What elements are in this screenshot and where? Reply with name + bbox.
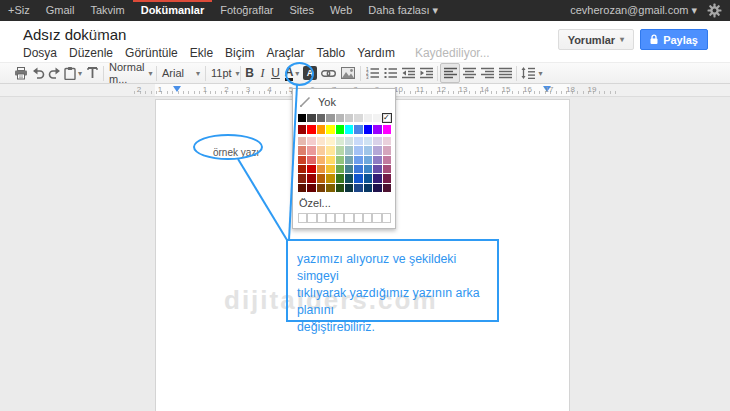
palette-color[interactable] bbox=[317, 174, 325, 182]
topbar-item[interactable]: Sites bbox=[281, 0, 321, 21]
palette-color[interactable] bbox=[345, 146, 353, 154]
topbar-item[interactable]: Takvim bbox=[82, 0, 132, 21]
palette-color[interactable] bbox=[345, 165, 353, 173]
palette-color[interactable] bbox=[345, 137, 353, 145]
palette-color[interactable] bbox=[383, 114, 391, 122]
palette-color[interactable] bbox=[364, 114, 372, 122]
bold-button[interactable]: B bbox=[243, 63, 256, 83]
palette-color[interactable] bbox=[383, 137, 391, 145]
custom-color-option[interactable]: Özel... bbox=[299, 197, 390, 209]
no-color-option[interactable]: Yok bbox=[299, 95, 390, 109]
palette-color[interactable] bbox=[298, 137, 306, 145]
palette-color[interactable] bbox=[364, 125, 372, 133]
topbar-item[interactable]: Daha fazlası ▾ bbox=[360, 0, 446, 21]
palette-color[interactable] bbox=[373, 137, 381, 145]
custom-color-slot[interactable] bbox=[372, 213, 381, 223]
palette-color[interactable] bbox=[336, 174, 344, 182]
palette-color[interactable] bbox=[354, 114, 362, 122]
palette-color[interactable] bbox=[307, 114, 315, 122]
palette-color[interactable] bbox=[307, 125, 315, 133]
align-left-button[interactable] bbox=[440, 63, 460, 83]
palette-color[interactable] bbox=[307, 165, 315, 173]
palette-color[interactable] bbox=[298, 125, 306, 133]
palette-color[interactable] bbox=[298, 165, 306, 173]
palette-color[interactable] bbox=[354, 165, 362, 173]
menu-araçlar[interactable]: Araçlar bbox=[260, 46, 310, 60]
topbar-item[interactable]: Web bbox=[322, 0, 360, 21]
palette-color[interactable] bbox=[298, 156, 306, 164]
palette-color[interactable] bbox=[317, 165, 325, 173]
palette-color[interactable] bbox=[345, 125, 353, 133]
palette-color[interactable] bbox=[317, 125, 325, 133]
palette-color[interactable] bbox=[336, 156, 344, 164]
palette-color[interactable] bbox=[364, 174, 372, 182]
custom-color-slot[interactable] bbox=[326, 213, 335, 223]
align-right-button[interactable] bbox=[478, 63, 496, 83]
palette-color[interactable] bbox=[317, 184, 325, 192]
menu-yardım[interactable]: Yardım bbox=[351, 46, 401, 60]
share-button[interactable]: Paylaş bbox=[640, 29, 708, 50]
font-select[interactable]: Arial ▾ bbox=[159, 63, 203, 83]
highlight-color-button[interactable]: A bbox=[302, 63, 318, 83]
palette-color[interactable] bbox=[345, 114, 353, 122]
palette-color[interactable] bbox=[373, 174, 381, 182]
print-button[interactable] bbox=[12, 63, 30, 83]
palette-color[interactable] bbox=[373, 125, 381, 133]
palette-color[interactable] bbox=[298, 184, 306, 192]
line-spacing-button[interactable]: ▾ bbox=[519, 63, 545, 83]
palette-color[interactable] bbox=[326, 156, 334, 164]
custom-color-slot[interactable] bbox=[354, 213, 363, 223]
account-menu[interactable]: cevherozan@gmail.com ▾ bbox=[570, 0, 697, 21]
palette-color[interactable] bbox=[383, 146, 391, 154]
insert-link-button[interactable] bbox=[318, 63, 338, 83]
palette-color[interactable] bbox=[298, 114, 306, 122]
palette-color[interactable] bbox=[383, 174, 391, 182]
outdent-button[interactable] bbox=[399, 63, 417, 83]
menu-düzenle[interactable]: Düzenle bbox=[63, 46, 119, 60]
custom-color-slot[interactable] bbox=[335, 213, 344, 223]
palette-color[interactable] bbox=[336, 125, 344, 133]
text-color-button[interactable]: A ▾ bbox=[282, 63, 302, 83]
palette-color[interactable] bbox=[298, 174, 306, 182]
palette-color[interactable] bbox=[373, 146, 381, 154]
palette-color[interactable] bbox=[345, 184, 353, 192]
palette-color[interactable] bbox=[307, 146, 315, 154]
menu-biçim[interactable]: Biçim bbox=[219, 46, 260, 60]
palette-color[interactable] bbox=[345, 174, 353, 182]
topbar-item[interactable]: Gmail bbox=[38, 0, 83, 21]
palette-color[interactable] bbox=[383, 184, 391, 192]
palette-color[interactable] bbox=[326, 165, 334, 173]
palette-color[interactable] bbox=[373, 114, 381, 122]
palette-color[interactable] bbox=[307, 184, 315, 192]
palette-color[interactable] bbox=[298, 146, 306, 154]
redo-button[interactable] bbox=[46, 63, 62, 83]
palette-color[interactable] bbox=[326, 137, 334, 145]
topbar-item[interactable]: Dokümanlar bbox=[133, 0, 213, 21]
italic-button[interactable]: I bbox=[256, 63, 269, 83]
menu-tablo[interactable]: Tablo bbox=[310, 46, 351, 60]
custom-color-slot[interactable] bbox=[382, 213, 391, 223]
styles-select[interactable]: Normal m... ▾ bbox=[106, 63, 154, 83]
palette-color[interactable] bbox=[364, 184, 372, 192]
topbar-item[interactable]: Fotoğraflar bbox=[212, 0, 281, 21]
custom-color-slot[interactable] bbox=[307, 213, 316, 223]
custom-color-slot[interactable] bbox=[363, 213, 372, 223]
menu-dosya[interactable]: Dosya bbox=[17, 46, 63, 60]
left-indent-marker[interactable] bbox=[173, 86, 181, 92]
topbar-item[interactable]: +Siz bbox=[0, 0, 38, 21]
palette-color[interactable] bbox=[317, 156, 325, 164]
palette-color[interactable] bbox=[307, 174, 315, 182]
palette-color[interactable] bbox=[383, 165, 391, 173]
palette-color[interactable] bbox=[383, 125, 391, 133]
palette-color[interactable] bbox=[364, 137, 372, 145]
palette-color[interactable] bbox=[364, 156, 372, 164]
palette-color[interactable] bbox=[383, 156, 391, 164]
palette-color[interactable] bbox=[336, 184, 344, 192]
palette-color[interactable] bbox=[326, 114, 334, 122]
custom-color-slot[interactable] bbox=[298, 213, 307, 223]
palette-color[interactable] bbox=[326, 125, 334, 133]
paint-format-button[interactable] bbox=[84, 63, 101, 83]
palette-color[interactable] bbox=[307, 137, 315, 145]
palette-color[interactable] bbox=[364, 165, 372, 173]
palette-color[interactable] bbox=[354, 125, 362, 133]
